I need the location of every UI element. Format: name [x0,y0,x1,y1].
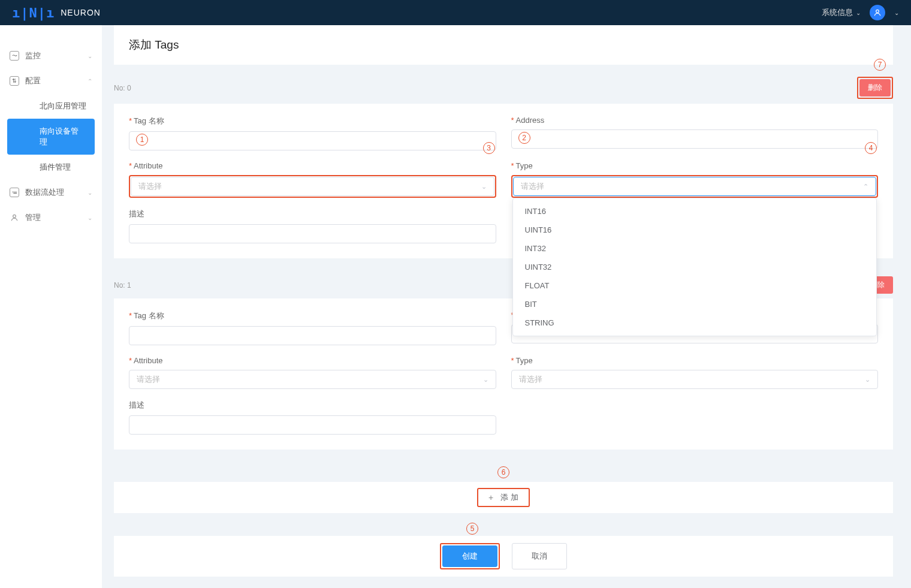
user-icon [10,213,19,222]
page-title: 添加 Tags [114,25,893,65]
user-icon [873,8,882,17]
sidebar-item-dataflow[interactable]: ≔ 数据流处理 ⌄ [0,180,102,205]
tag-card-0: *Tag 名称 1 *Address 2 *Attribute 3 [114,104,893,258]
chevron-down-icon: ⌄ [88,215,92,221]
field-attribute: *Attribute 请选择 ⌄ [129,356,496,389]
type-select[interactable]: 请选择 ⌃ INT16 UINT16 INT32 UINT32 FLOAT BI… [513,177,877,196]
field-type: *Type 请选择 ⌄ [511,356,879,389]
tag-name-input[interactable] [129,326,496,345]
row-number: No: 0 [114,84,131,92]
type-option[interactable]: INT32 [513,239,877,258]
field-description: 描述 [129,209,496,243]
footer-actions: 创建 取消 [114,536,893,577]
chevron-down-icon: ⌄ [481,183,487,191]
description-input[interactable] [129,224,496,243]
header-right: 系统信息 ⌄ ⌄ [822,5,899,20]
create-button[interactable]: 创建 [442,545,497,567]
field-attribute: *Attribute 3 请选择 ⌄ [129,161,496,198]
callout-box-5: 创建 [440,543,500,569]
callout-box-6: + 添 加 [477,488,530,507]
description-input[interactable] [129,415,496,435]
type-option[interactable]: STRING [513,313,877,332]
user-avatar[interactable] [870,5,885,20]
callout-box-7: 删除 [857,77,893,99]
callout-1: 1 [136,134,148,146]
system-info-dropdown[interactable]: 系统信息 ⌄ [822,7,861,18]
chart-icon: 〜 [10,51,19,61]
delete-button[interactable]: 删除 [859,79,891,97]
app-header: ı|N|ı NEURON 系统信息 ⌄ ⌄ [0,0,911,25]
callout-4: 4 [865,142,877,154]
sliders-icon: ⇅ [10,76,19,86]
sidebar-item-north-app[interactable]: 北向应用管理 [0,94,102,119]
svg-point-1 [13,215,16,218]
chevron-down-icon: ⌄ [483,376,488,384]
callout-7: 7 [874,59,886,71]
callout-box-3: 请选择 ⌄ [129,175,496,198]
field-tag-name: *Tag 名称 [129,310,496,345]
row-number: No: 1 [114,281,131,290]
cancel-button[interactable]: 取消 [512,543,567,569]
address-input[interactable] [511,129,879,149]
add-button[interactable]: + 添 加 [479,490,527,505]
chevron-down-icon: ⌄ [88,53,92,59]
chevron-down-icon[interactable]: ⌄ [894,10,899,16]
logo-icon: ı|N|ı [12,5,55,20]
field-tag-name: *Tag 名称 1 [129,116,496,150]
chevron-down-icon: ⌄ [88,189,92,196]
sidebar-item-config[interactable]: ⇅ 配置 ⌃ [0,68,102,94]
sidebar-item-manage[interactable]: 管理 ⌄ [0,205,102,230]
svg-point-0 [876,10,879,13]
type-option[interactable]: INT16 [513,202,877,221]
type-dropdown-panel: INT16 UINT16 INT32 UINT32 FLOAT BIT STRI… [512,198,877,336]
tag-row-header-0: No: 0 7 删除 [114,77,893,99]
callout-5: 5 [466,523,478,535]
plus-icon: + [488,493,493,502]
field-address: *Address 2 [511,116,879,150]
chevron-up-icon: ⌃ [863,183,868,191]
flow-icon: ≔ [10,188,19,197]
sidebar: 〜 监控 ⌄ ⇅ 配置 ⌃ 北向应用管理 南向设备管理 插件管理 ≔ 数据流处理… [0,25,102,588]
field-description: 描述 [129,400,496,435]
type-option[interactable]: BIT [513,295,877,313]
type-option[interactable]: UINT32 [513,258,877,276]
chevron-down-icon: ⌄ [856,10,861,16]
callout-2: 2 [518,132,530,144]
sidebar-item-plugin[interactable]: 插件管理 [0,155,102,180]
attribute-select[interactable]: 请选择 ⌄ [131,177,494,196]
add-tag-bar: + 添 加 [114,482,893,513]
chevron-down-icon: ⌄ [865,376,870,384]
brand-text: NEURON [61,8,101,17]
chevron-up-icon: ⌃ [88,78,92,85]
type-option[interactable]: FLOAT [513,276,877,295]
callout-3: 3 [483,142,495,154]
main-content: 添加 Tags No: 0 7 删除 *Tag 名称 1 [102,25,911,588]
tag-name-input[interactable] [129,131,496,150]
sidebar-item-monitor[interactable]: 〜 监控 ⌄ [0,43,102,68]
brand-logo: ı|N|ı NEURON [12,5,101,20]
sidebar-item-south-device[interactable]: 南向设备管理 [7,119,95,155]
type-option[interactable]: UINT16 [513,221,877,239]
attribute-select[interactable]: 请选择 ⌄ [129,370,496,389]
callout-6: 6 [497,466,509,478]
type-select[interactable]: 请选择 ⌄ [511,370,879,389]
callout-box-4: 请选择 ⌃ INT16 UINT16 INT32 UINT32 FLOAT BI… [511,175,879,198]
field-type: *Type 4 请选择 ⌃ INT16 UINT16 INT32 UINT32 … [511,161,879,198]
